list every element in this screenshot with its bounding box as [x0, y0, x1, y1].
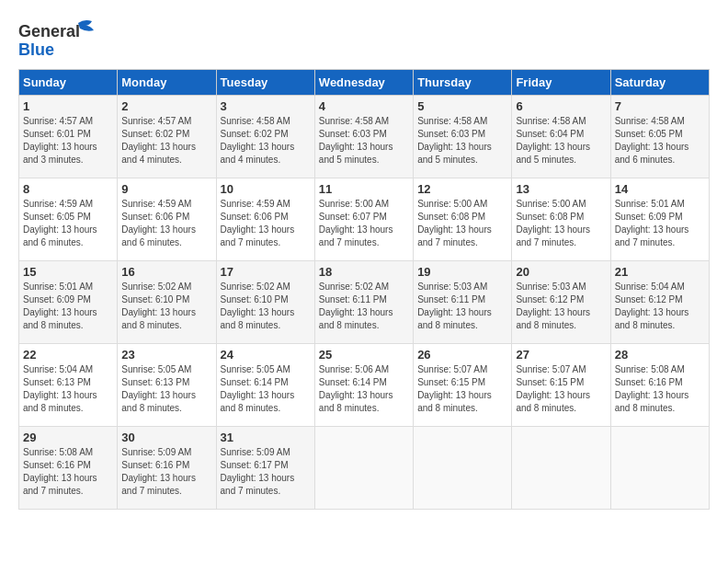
- calendar-cell: 1Sunrise: 4:57 AMSunset: 6:01 PMDaylight…: [19, 96, 118, 178]
- day-info: Sunrise: 5:01 AMSunset: 6:09 PMDaylight:…: [23, 281, 113, 332]
- day-info: Sunrise: 5:04 AMSunset: 6:12 PMDaylight:…: [615, 281, 705, 332]
- calendar-cell: 3Sunrise: 4:58 AMSunset: 6:02 PMDaylight…: [216, 96, 314, 178]
- day-number: 6: [516, 99, 606, 113]
- calendar-cell: 31Sunrise: 5:09 AMSunset: 6:17 PMDayligh…: [216, 427, 314, 510]
- day-info: Sunrise: 5:09 AMSunset: 6:16 PMDaylight:…: [121, 446, 211, 498]
- calendar-cell: 25Sunrise: 5:06 AMSunset: 6:14 PMDayligh…: [314, 344, 413, 427]
- day-number: 12: [417, 182, 507, 196]
- day-info: Sunrise: 4:57 AMSunset: 6:02 PMDaylight:…: [121, 115, 211, 167]
- calendar-cell: 10Sunrise: 4:59 AMSunset: 6:06 PMDayligh…: [216, 178, 314, 261]
- day-number: 17: [221, 265, 311, 279]
- day-info: Sunrise: 5:05 AMSunset: 6:13 PMDaylight:…: [121, 363, 211, 415]
- day-info: Sunrise: 4:58 AMSunset: 6:04 PMDaylight:…: [516, 115, 606, 167]
- day-info: Sunrise: 4:59 AMSunset: 6:06 PMDaylight:…: [121, 198, 211, 249]
- day-info: Sunrise: 5:02 AMSunset: 6:10 PMDaylight:…: [121, 281, 211, 332]
- day-number: 28: [615, 348, 705, 362]
- calendar-cell: 5Sunrise: 4:58 AMSunset: 6:03 PMDaylight…: [414, 96, 512, 178]
- day-number: 14: [615, 182, 705, 196]
- day-number: 29: [23, 431, 113, 444]
- calendar-cell: 7Sunrise: 4:58 AMSunset: 6:05 PMDaylight…: [610, 96, 709, 178]
- calendar-cell: 21Sunrise: 5:04 AMSunset: 6:12 PMDayligh…: [610, 261, 709, 344]
- col-header-monday: Monday: [118, 70, 216, 96]
- col-header-thursday: Thursday: [414, 70, 512, 96]
- calendar-cell: 22Sunrise: 5:04 AMSunset: 6:13 PMDayligh…: [19, 344, 118, 427]
- calendar-cell: [512, 427, 610, 510]
- calendar-week-row: 15Sunrise: 5:01 AMSunset: 6:09 PMDayligh…: [19, 261, 710, 344]
- day-info: Sunrise: 4:57 AMSunset: 6:01 PMDaylight:…: [23, 115, 113, 167]
- day-info: Sunrise: 4:58 AMSunset: 6:02 PMDaylight:…: [221, 115, 311, 167]
- calendar-cell: 20Sunrise: 5:03 AMSunset: 6:12 PMDayligh…: [512, 261, 610, 344]
- col-header-saturday: Saturday: [610, 70, 709, 96]
- calendar-cell: 29Sunrise: 5:08 AMSunset: 6:16 PMDayligh…: [19, 427, 118, 510]
- calendar-cell: 17Sunrise: 5:02 AMSunset: 6:10 PMDayligh…: [216, 261, 314, 344]
- day-info: Sunrise: 5:08 AMSunset: 6:16 PMDaylight:…: [23, 446, 113, 498]
- calendar-cell: 4Sunrise: 4:58 AMSunset: 6:03 PMDaylight…: [314, 96, 413, 178]
- day-number: 5: [417, 99, 507, 113]
- day-number: 8: [23, 182, 113, 196]
- day-info: Sunrise: 5:02 AMSunset: 6:11 PMDaylight:…: [319, 281, 409, 332]
- day-number: 30: [121, 431, 211, 444]
- day-info: Sunrise: 5:01 AMSunset: 6:09 PMDaylight:…: [615, 198, 705, 249]
- day-info: Sunrise: 5:02 AMSunset: 6:10 PMDaylight:…: [221, 281, 311, 332]
- day-info: Sunrise: 5:08 AMSunset: 6:16 PMDaylight:…: [615, 363, 705, 415]
- day-info: Sunrise: 4:58 AMSunset: 6:03 PMDaylight:…: [319, 115, 409, 167]
- day-number: 26: [417, 348, 507, 362]
- day-number: 10: [221, 182, 311, 196]
- day-number: 18: [319, 265, 409, 279]
- calendar-cell: 14Sunrise: 5:01 AMSunset: 6:09 PMDayligh…: [610, 178, 709, 261]
- day-number: 4: [319, 99, 409, 113]
- day-info: Sunrise: 5:07 AMSunset: 6:15 PMDaylight:…: [417, 363, 507, 415]
- calendar-cell: 8Sunrise: 4:59 AMSunset: 6:05 PMDaylight…: [19, 178, 118, 261]
- day-number: 27: [516, 348, 606, 362]
- calendar-cell: [414, 427, 512, 510]
- day-info: Sunrise: 5:03 AMSunset: 6:12 PMDaylight:…: [516, 281, 606, 332]
- logo: GeneralBlue: [18, 18, 101, 60]
- calendar-cell: 24Sunrise: 5:05 AMSunset: 6:14 PMDayligh…: [216, 344, 314, 427]
- day-number: 7: [615, 99, 705, 113]
- day-info: Sunrise: 4:59 AMSunset: 6:05 PMDaylight:…: [23, 198, 113, 249]
- day-info: Sunrise: 5:00 AMSunset: 6:07 PMDaylight:…: [319, 198, 409, 249]
- calendar-cell: 9Sunrise: 4:59 AMSunset: 6:06 PMDaylight…: [118, 178, 216, 261]
- calendar-cell: 19Sunrise: 5:03 AMSunset: 6:11 PMDayligh…: [414, 261, 512, 344]
- col-header-sunday: Sunday: [19, 70, 118, 96]
- calendar-table: SundayMondayTuesdayWednesdayThursdayFrid…: [18, 69, 710, 510]
- day-number: 19: [417, 265, 507, 279]
- calendar-cell: [610, 427, 709, 510]
- page-header: GeneralBlue: [18, 18, 710, 60]
- day-info: Sunrise: 5:09 AMSunset: 6:17 PMDaylight:…: [221, 446, 311, 498]
- calendar-cell: 6Sunrise: 4:58 AMSunset: 6:04 PMDaylight…: [512, 96, 610, 178]
- day-info: Sunrise: 5:00 AMSunset: 6:08 PMDaylight:…: [417, 198, 507, 249]
- day-number: 2: [121, 99, 211, 113]
- day-info: Sunrise: 4:58 AMSunset: 6:05 PMDaylight:…: [615, 115, 705, 167]
- calendar-cell: 12Sunrise: 5:00 AMSunset: 6:08 PMDayligh…: [414, 178, 512, 261]
- calendar-week-row: 1Sunrise: 4:57 AMSunset: 6:01 PMDaylight…: [19, 96, 710, 178]
- day-number: 1: [23, 99, 113, 113]
- col-header-tuesday: Tuesday: [216, 70, 314, 96]
- calendar-week-row: 8Sunrise: 4:59 AMSunset: 6:05 PMDaylight…: [19, 178, 710, 261]
- day-number: 31: [221, 431, 311, 444]
- day-number: 9: [121, 182, 211, 196]
- day-number: 15: [23, 265, 113, 279]
- day-info: Sunrise: 5:05 AMSunset: 6:14 PMDaylight:…: [221, 363, 311, 415]
- day-info: Sunrise: 5:07 AMSunset: 6:15 PMDaylight:…: [516, 363, 606, 415]
- day-number: 23: [121, 348, 211, 362]
- col-header-friday: Friday: [512, 70, 610, 96]
- svg-text:General: General: [18, 22, 80, 40]
- calendar-cell: 26Sunrise: 5:07 AMSunset: 6:15 PMDayligh…: [414, 344, 512, 427]
- day-info: Sunrise: 4:59 AMSunset: 6:06 PMDaylight:…: [221, 198, 311, 249]
- calendar-cell: 13Sunrise: 5:00 AMSunset: 6:08 PMDayligh…: [512, 178, 610, 261]
- day-number: 21: [615, 265, 705, 279]
- calendar-header-row: SundayMondayTuesdayWednesdayThursdayFrid…: [19, 70, 710, 96]
- day-number: 16: [121, 265, 211, 279]
- calendar-cell: 23Sunrise: 5:05 AMSunset: 6:13 PMDayligh…: [118, 344, 216, 427]
- day-number: 11: [319, 182, 409, 196]
- calendar-cell: 11Sunrise: 5:00 AMSunset: 6:07 PMDayligh…: [314, 178, 413, 261]
- day-number: 22: [23, 348, 113, 362]
- day-number: 20: [516, 265, 606, 279]
- calendar-week-row: 29Sunrise: 5:08 AMSunset: 6:16 PMDayligh…: [19, 427, 710, 510]
- logo: GeneralBlue: [18, 18, 101, 60]
- calendar-week-row: 22Sunrise: 5:04 AMSunset: 6:13 PMDayligh…: [19, 344, 710, 427]
- calendar-cell: 2Sunrise: 4:57 AMSunset: 6:02 PMDaylight…: [118, 96, 216, 178]
- calendar-cell: 27Sunrise: 5:07 AMSunset: 6:15 PMDayligh…: [512, 344, 610, 427]
- svg-text:Blue: Blue: [18, 40, 54, 59]
